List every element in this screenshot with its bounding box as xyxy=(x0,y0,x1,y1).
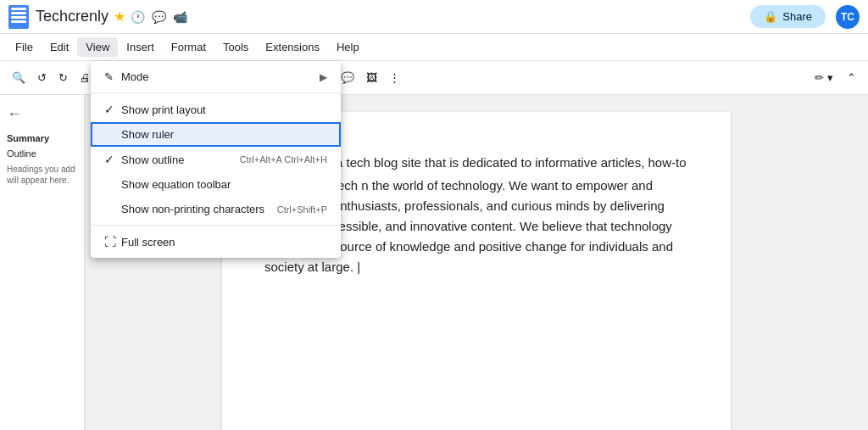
title-right: 🔒 Share TC xyxy=(750,5,860,29)
menu-format[interactable]: Format xyxy=(163,37,214,57)
avatar: TC xyxy=(836,5,860,29)
share-label: Share xyxy=(782,10,812,23)
pencil-icon: ✎ xyxy=(104,70,121,83)
view-dropdown-menu: ✎ Mode ▶ ✓ Show print layout Show ruler … xyxy=(91,61,341,258)
menu-extensions[interactable]: Extensions xyxy=(257,37,328,57)
menu-entry-mode[interactable]: ✎ Mode ▶ xyxy=(91,64,341,89)
doc-title: Techcrenly xyxy=(36,8,108,25)
menu-help[interactable]: Help xyxy=(328,37,368,57)
star-icon[interactable]: ★ xyxy=(114,8,125,25)
lock-icon: 🔒 xyxy=(764,10,777,23)
back-icon[interactable]: ← xyxy=(7,105,77,123)
outline-shortcut: Ctrl+Alt+A Ctrl+Alt+H xyxy=(240,154,327,165)
check-print-layout: ✓ xyxy=(104,103,121,116)
undo-btn[interactable]: ↺ xyxy=(32,68,52,87)
equation-label: Show equation toolbar xyxy=(121,178,327,191)
menu-insert[interactable]: Insert xyxy=(118,37,163,57)
comments-icon[interactable]: 💬 xyxy=(152,10,166,24)
fullscreen-label: Full screen xyxy=(121,236,327,249)
show-ruler-label: Show ruler xyxy=(121,128,327,141)
edit-mode-btn[interactable]: ✏ ▾ xyxy=(810,68,838,87)
divider-1 xyxy=(91,92,341,93)
toolbar-right: ✏ ▾ ⌃ xyxy=(810,68,861,87)
zoom-btn[interactable]: 🔍 xyxy=(7,68,31,87)
nonprinting-label: Show non-printing characters xyxy=(121,203,277,215)
nonprinting-shortcut: Ctrl+Shift+P xyxy=(277,204,327,215)
menu-entry-fullscreen[interactable]: ⛶ Full screen xyxy=(91,229,341,254)
menu-view[interactable]: View xyxy=(77,37,118,57)
title-bar: Techcrenly ★ 🕐 💬 📹 🔒 Share TC xyxy=(0,0,868,34)
arrow-icon: ▶ xyxy=(320,71,327,83)
share-button[interactable]: 🔒 Share xyxy=(750,5,826,28)
menu-entry-show-ruler[interactable]: Show ruler xyxy=(91,122,341,147)
history-icon[interactable]: 🕐 xyxy=(131,10,145,24)
summary-label: Summary xyxy=(7,133,77,143)
redo-btn[interactable]: ↻ xyxy=(53,68,73,87)
menu-entry-nonprinting[interactable]: Show non-printing characters Ctrl+Shift+… xyxy=(91,197,341,221)
print-layout-label: Show print layout xyxy=(121,103,327,116)
menu-file[interactable]: File xyxy=(7,37,42,57)
expand-btn[interactable]: ⌃ xyxy=(842,68,861,87)
image-btn[interactable]: 🖼 xyxy=(361,68,382,87)
sidebar: ← Summary Outline Headings you add will … xyxy=(0,95,85,430)
more-btn[interactable]: ⋮ xyxy=(384,68,405,87)
menu-edit[interactable]: Edit xyxy=(42,37,77,57)
outline-label: Outline xyxy=(7,148,77,159)
menu-entry-print-layout[interactable]: ✓ Show print layout xyxy=(91,97,341,122)
video-icon[interactable]: 📹 xyxy=(173,10,187,24)
doc-icon xyxy=(8,5,29,29)
menu-entry-show-outline[interactable]: ✓ Show outline Ctrl+Alt+A Ctrl+Alt+H xyxy=(91,147,341,172)
fullscreen-icon: ⛶ xyxy=(104,235,121,249)
show-outline-label: Show outline xyxy=(121,154,240,166)
menu-bar: File Edit View Insert Format Tools Exten… xyxy=(0,34,868,61)
check-outline: ✓ xyxy=(104,153,121,166)
title-icons: 🕐 💬 📹 xyxy=(131,10,187,24)
divider-2 xyxy=(91,225,341,226)
menu-entry-equation[interactable]: Show equation toolbar xyxy=(91,172,341,197)
outline-note: Headings you add will appear here. xyxy=(7,164,77,186)
menu-tools[interactable]: Tools xyxy=(214,37,257,57)
mode-label: Mode xyxy=(121,70,320,83)
